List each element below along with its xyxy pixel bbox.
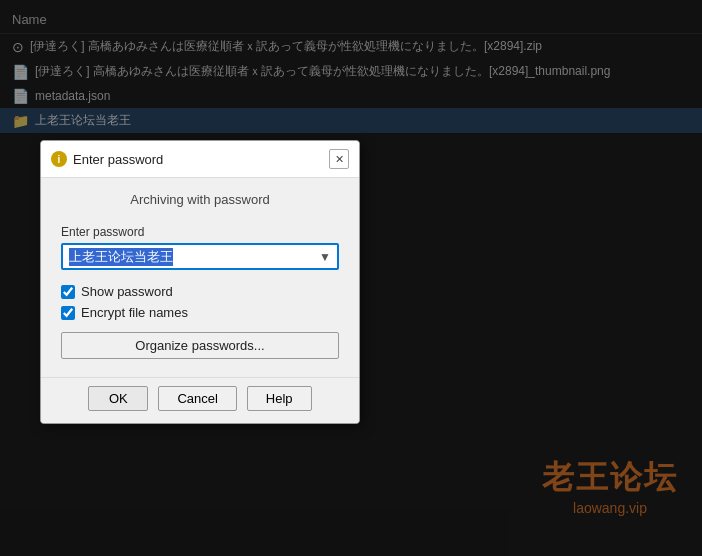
show-password-checkbox[interactable] bbox=[61, 285, 75, 299]
password-dropdown-button[interactable]: ▼ bbox=[317, 250, 333, 264]
dialog-title-text: Enter password bbox=[73, 152, 163, 167]
ok-button[interactable]: OK bbox=[88, 386, 148, 411]
organize-passwords-button[interactable]: Organize passwords... bbox=[61, 332, 339, 359]
dialog-close-button[interactable]: ✕ bbox=[329, 149, 349, 169]
encrypt-names-row[interactable]: Encrypt file names bbox=[61, 305, 339, 320]
show-password-label: Show password bbox=[81, 284, 173, 299]
password-input-wrap: ▼ bbox=[61, 243, 339, 270]
modal-overlay: i Enter password ✕ Archiving with passwo… bbox=[0, 0, 702, 556]
enter-password-dialog: i Enter password ✕ Archiving with passwo… bbox=[40, 140, 360, 424]
dialog-footer: OK Cancel Help bbox=[41, 377, 359, 423]
help-button[interactable]: Help bbox=[247, 386, 312, 411]
dialog-title-left: i Enter password bbox=[51, 151, 163, 167]
password-input[interactable] bbox=[67, 247, 317, 266]
encrypt-names-checkbox[interactable] bbox=[61, 306, 75, 320]
dialog-subtitle: Archiving with password bbox=[61, 192, 339, 207]
dialog-body: Archiving with password Enter password ▼… bbox=[41, 178, 359, 377]
encrypt-names-label: Encrypt file names bbox=[81, 305, 188, 320]
dialog-titlebar: i Enter password ✕ bbox=[41, 141, 359, 178]
cancel-button[interactable]: Cancel bbox=[158, 386, 236, 411]
password-label: Enter password bbox=[61, 225, 339, 239]
show-password-row[interactable]: Show password bbox=[61, 284, 339, 299]
dialog-title-icon: i bbox=[51, 151, 67, 167]
